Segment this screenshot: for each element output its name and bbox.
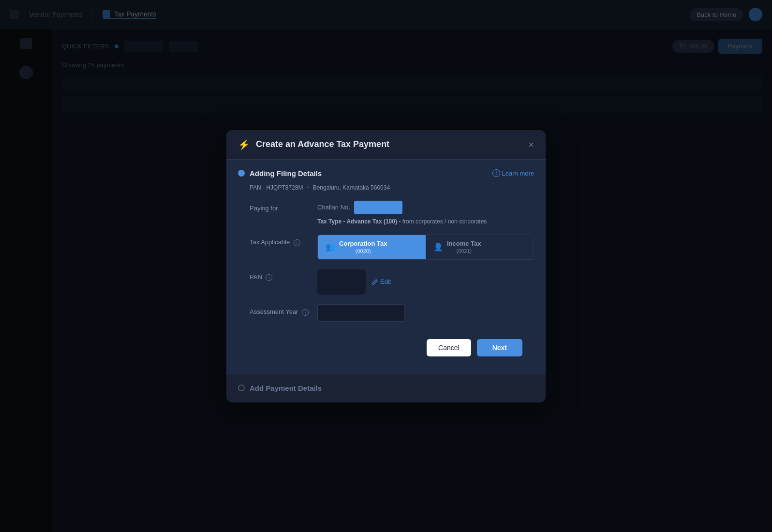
step-2-radio bbox=[238, 384, 245, 391]
assessment-year-info-icon[interactable]: i bbox=[302, 309, 309, 316]
modal-title: Create an Advance Tax Payment bbox=[256, 139, 389, 149]
modal-dialog: ⚡ Create an Advance Tax Payment × Adding… bbox=[226, 130, 546, 402]
step-1-title: Adding Filing Details bbox=[250, 169, 322, 177]
challan-label: Challan No. bbox=[317, 204, 350, 211]
corporation-tax-icon: 👥 bbox=[326, 242, 335, 251]
income-tax-icon: 👤 bbox=[433, 242, 443, 251]
modal-close-button[interactable]: × bbox=[528, 140, 534, 149]
modal-icon: ⚡ bbox=[238, 139, 250, 150]
assessment-year-input[interactable] bbox=[317, 304, 404, 322]
next-button[interactable]: Next bbox=[477, 339, 522, 356]
modal-overlay: ⚡ Create an Advance Tax Payment × Adding… bbox=[0, 0, 772, 532]
modal-header: ⚡ Create an Advance Tax Payment × bbox=[226, 130, 546, 160]
pan-edit-link[interactable]: Edit bbox=[371, 278, 391, 285]
step-2-title: Add Payment Details bbox=[250, 384, 322, 392]
tax-applicable-label: Tax Applicable i bbox=[250, 235, 317, 246]
info-icon: i bbox=[492, 169, 500, 177]
pan-row-content: Edit bbox=[317, 269, 534, 295]
step-1-subtitle: PAN - HJQPT8728M • Bengaluru, Karnataka … bbox=[238, 184, 534, 191]
step-2-section: Add Payment Details bbox=[226, 374, 546, 402]
tax-options-group: 👥 Corporation Tax (0020) 👤 Income Tax bbox=[317, 235, 534, 260]
paying-for-content: Challan No. Tax Type - Advance Tax (100)… bbox=[317, 201, 534, 225]
pan-field: Edit bbox=[317, 269, 534, 295]
paying-for-field: Challan No. Tax Type - Advance Tax (100)… bbox=[317, 201, 534, 225]
paying-for-row: Paying for Challan No. Tax Type - Advanc… bbox=[238, 201, 534, 225]
tax-applicable-row: Tax Applicable i 👥 Corporation Tax (0020… bbox=[238, 235, 534, 260]
step-1-section: Adding Filing Details i Learn more PAN -… bbox=[226, 160, 546, 374]
pan-info-icon[interactable]: i bbox=[266, 274, 272, 281]
assessment-year-label: Assessment Year i bbox=[250, 304, 317, 316]
cancel-button[interactable]: Cancel bbox=[427, 339, 471, 356]
pan-label: PAN i bbox=[250, 269, 317, 281]
challan-input[interactable] bbox=[354, 201, 402, 214]
tax-type-text: Tax Type - Advance Tax (100) - from corp… bbox=[317, 218, 534, 225]
step-1-radio bbox=[238, 170, 245, 177]
learn-more-link[interactable]: i Learn more bbox=[492, 169, 534, 177]
step-1-header: Adding Filing Details i Learn more bbox=[238, 169, 534, 177]
pan-row: PAN i Edit bbox=[238, 269, 534, 295]
challan-row: Challan No. bbox=[317, 201, 534, 214]
modal-body: Adding Filing Details i Learn more PAN -… bbox=[226, 160, 546, 402]
step-2-header: Add Payment Details bbox=[238, 384, 534, 392]
corporation-tax-option[interactable]: 👥 Corporation Tax (0020) bbox=[318, 235, 426, 259]
income-tax-option[interactable]: 👤 Income Tax (0021) bbox=[426, 235, 534, 259]
paying-for-label: Paying for bbox=[250, 201, 317, 212]
assessment-year-field bbox=[317, 304, 534, 322]
assessment-year-row: Assessment Year i bbox=[238, 304, 534, 322]
modal-footer: Cancel Next bbox=[238, 331, 534, 364]
tax-options-field: 👥 Corporation Tax (0020) 👤 Income Tax bbox=[317, 235, 534, 260]
pan-value-box bbox=[317, 269, 366, 295]
edit-icon bbox=[371, 279, 378, 285]
tax-applicable-info-icon[interactable]: i bbox=[294, 239, 300, 246]
